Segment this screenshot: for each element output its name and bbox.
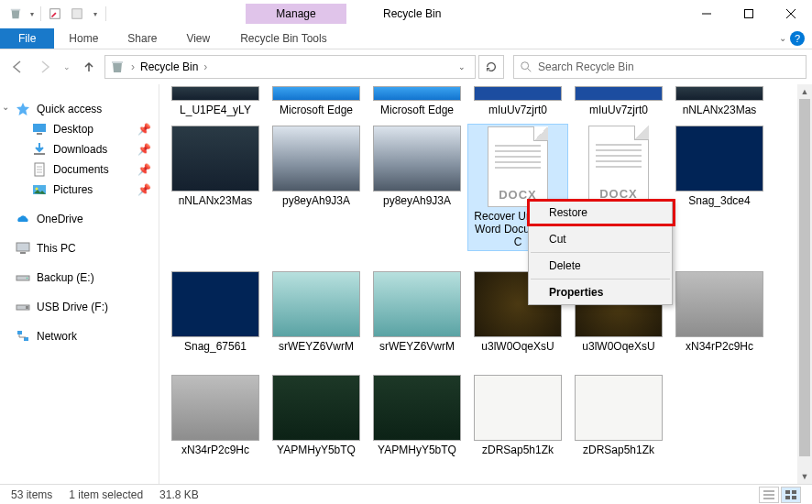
ribbon-expand-icon[interactable]: ⌄ (779, 33, 786, 43)
pictures-icon (31, 182, 48, 197)
file-item[interactable]: srWEYZ6VwrM (367, 269, 467, 355)
maximize-button[interactable] (728, 0, 770, 27)
svg-rect-17 (24, 337, 28, 341)
file-item[interactable]: Microsoft Edge (367, 84, 467, 118)
minimize-button[interactable] (686, 0, 728, 27)
sidebar-item-downloads[interactable]: Downloads 📌 (0, 139, 159, 159)
file-label: Microsoft Edge (380, 104, 454, 116)
svg-rect-1 (72, 9, 82, 19)
forward-button[interactable] (33, 55, 57, 79)
back-button[interactable] (5, 55, 29, 79)
file-item[interactable]: zDRSap5h1Zk (467, 373, 568, 458)
recent-locations-icon[interactable]: ⌄ (60, 55, 73, 79)
file-label: Snag_67561 (184, 340, 247, 353)
files-grid[interactable]: L_U1PE4_yLYMicrosoft EdgeMicrosoft Edgem… (159, 84, 812, 482)
file-thumbnail (272, 375, 360, 441)
file-label: nNLANx23Mas (683, 104, 757, 116)
file-label: py8eyAh9J3A (282, 194, 350, 207)
sidebar-item-quick-access[interactable]: Quick access (0, 99, 159, 119)
recycle-bin-icon[interactable] (5, 4, 26, 24)
file-item[interactable]: xN34rP2c9Hc (669, 269, 770, 355)
file-item[interactable]: zDRSap5h1Zk (568, 373, 669, 458)
sidebar-item-network[interactable]: Network (0, 326, 159, 346)
svg-rect-19 (792, 490, 796, 494)
file-item[interactable]: nNLANx23Mas (165, 124, 266, 251)
svg-point-3 (521, 62, 529, 70)
close-button[interactable] (770, 0, 812, 27)
search-input[interactable]: Search Recycle Bin (513, 55, 807, 79)
navigation-pane: ⌄ Quick access Desktop 📌 Downloads 📌 Doc… (0, 84, 159, 484)
address-bar[interactable]: › Recycle Bin › ⌄ (104, 55, 476, 79)
svg-rect-6 (34, 153, 45, 155)
address-dropdown-icon[interactable]: ⌄ (453, 62, 471, 71)
svg-rect-4 (33, 124, 46, 132)
context-menu-delete[interactable]: Delete (529, 254, 672, 278)
sidebar-label: Network (37, 330, 77, 343)
sidebar-item-usb[interactable]: USB Drive (F:) (0, 297, 159, 317)
properties-icon[interactable] (45, 4, 65, 24)
scroll-down-icon[interactable]: ▼ (797, 469, 812, 484)
context-menu-restore[interactable]: Restore (529, 201, 672, 225)
file-item[interactable]: YAPMHyY5bTQ (367, 373, 467, 458)
file-item[interactable]: srWEYZ6VwrM (266, 269, 367, 355)
svg-rect-16 (17, 331, 22, 334)
content-pane: L_U1PE4_yLYMicrosoft EdgeMicrosoft Edgem… (159, 84, 812, 484)
tab-file[interactable]: File (0, 28, 54, 49)
help-icon[interactable]: ? (790, 31, 805, 46)
star-icon (15, 102, 31, 116)
pin-icon: 📌 (137, 183, 151, 196)
context-menu-cut[interactable]: Cut (529, 227, 672, 251)
qat-dropdown-icon[interactable]: ▾ (27, 4, 37, 24)
view-thumbnails-button[interactable] (781, 487, 801, 503)
tab-view[interactable]: View (171, 28, 225, 49)
file-item[interactable]: py8eyAh9J3A (367, 124, 467, 251)
caret-icon[interactable]: ⌄ (0, 102, 11, 112)
file-item[interactable]: L_U1PE4_yLY (165, 84, 266, 118)
sidebar-label: OneDrive (37, 213, 83, 225)
sidebar-item-backup[interactable]: Backup (E:) (0, 268, 159, 288)
file-label: xN34rP2c9Hc (686, 340, 753, 353)
qat-overflow-icon[interactable]: ▾ (89, 4, 102, 24)
tab-home[interactable]: Home (54, 28, 113, 49)
file-label: zDRSap5h1Zk (482, 444, 554, 456)
search-placeholder: Search Recycle Bin (538, 60, 634, 73)
view-details-button[interactable] (759, 487, 779, 503)
file-item[interactable]: xN34rP2c9Hc (165, 373, 266, 458)
tab-recycle-bin-tools[interactable]: Recycle Bin Tools (225, 27, 343, 49)
status-size: 31.8 KB (159, 488, 199, 501)
vertical-scrollbar[interactable]: ▲ ▼ (797, 84, 812, 484)
file-thumbnail-doc: DOCX (488, 126, 548, 207)
svg-rect-18 (785, 490, 790, 494)
file-item[interactable]: Microsoft Edge (266, 84, 367, 118)
context-menu-properties[interactable]: Properties (529, 280, 672, 304)
contextual-tab-label: Manage (246, 4, 346, 24)
file-item[interactable]: py8eyAh9J3A (266, 124, 367, 251)
breadcrumb-location[interactable]: Recycle Bin (140, 60, 198, 73)
file-thumbnail (474, 86, 562, 101)
file-item[interactable]: nNLANx23Mas (669, 84, 770, 118)
file-thumbnail (272, 126, 360, 192)
scrollbar-thumb[interactable] (799, 99, 810, 456)
file-item[interactable]: mIuUv7zjrt0 (568, 84, 669, 118)
context-menu: Restore Cut Delete Properties (528, 200, 673, 305)
file-item[interactable]: mIuUv7zjrt0 (467, 84, 568, 118)
file-item[interactable]: Snag_67561 (165, 269, 266, 355)
file-item[interactable]: YAPMHyY5bTQ (266, 373, 367, 458)
refresh-button[interactable] (478, 55, 504, 79)
context-menu-sep (531, 279, 670, 279)
empty-bin-icon[interactable] (67, 4, 87, 24)
svg-rect-2 (745, 10, 753, 18)
svg-rect-11 (20, 252, 26, 254)
pin-icon: 📌 (137, 123, 151, 136)
scroll-up-icon[interactable]: ▲ (797, 84, 812, 99)
sidebar-item-documents[interactable]: Documents 📌 (0, 159, 159, 180)
file-item[interactable]: Snag_3dce4 (669, 124, 770, 251)
quick-access-toolbar: ▾ ▾ (0, 4, 108, 24)
breadcrumb-sep-2: › (203, 60, 207, 73)
sidebar-item-this-pc[interactable]: This PC (0, 238, 159, 258)
up-button[interactable] (77, 55, 101, 79)
tab-share[interactable]: Share (113, 28, 171, 49)
sidebar-item-desktop[interactable]: Desktop 📌 (0, 119, 159, 139)
sidebar-item-pictures[interactable]: Pictures 📌 (0, 180, 159, 200)
sidebar-item-onedrive[interactable]: OneDrive (0, 209, 159, 229)
